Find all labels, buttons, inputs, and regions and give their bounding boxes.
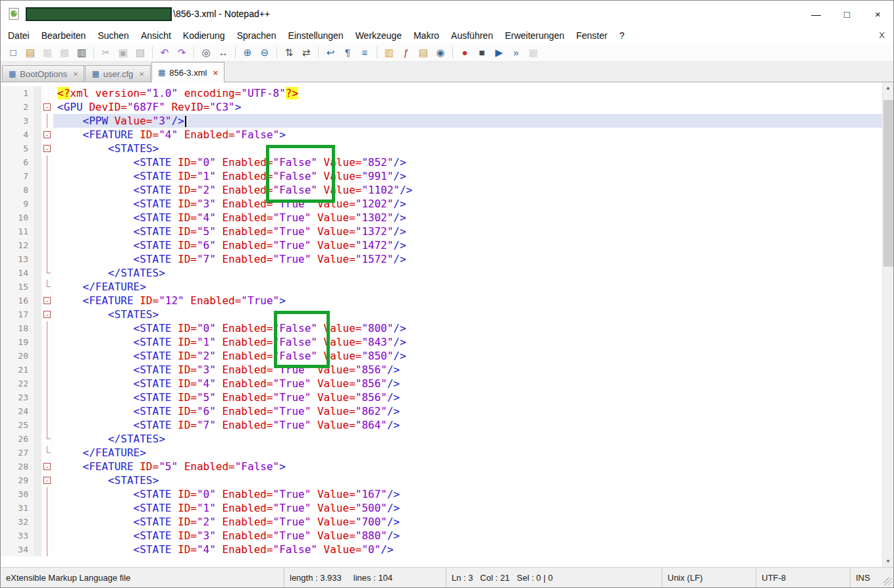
find-button[interactable]: ◎ xyxy=(197,45,215,61)
bookmark-margin[interactable] xyxy=(34,280,41,294)
indent-guide-button[interactable]: ≡ xyxy=(356,45,373,61)
bookmark-margin[interactable] xyxy=(34,404,41,418)
menu-item-einstellungen[interactable]: Einstellungen xyxy=(282,28,350,43)
bookmark-margin[interactable] xyxy=(34,473,41,487)
zoom-out-button[interactable]: ⊖ xyxy=(256,45,273,61)
new-file-button[interactable]: □ xyxy=(5,45,22,61)
code-text[interactable]: <FEATURE ID="5" Enabled="False"> xyxy=(53,460,882,473)
bookmark-margin[interactable] xyxy=(34,487,41,501)
bookmark-margin[interactable] xyxy=(34,363,41,377)
function-list-button[interactable]: ƒ xyxy=(398,45,415,61)
bookmark-margin[interactable] xyxy=(34,294,41,307)
zoom-in-button[interactable]: ⊕ xyxy=(239,45,256,61)
bookmark-margin[interactable] xyxy=(34,335,41,349)
bookmark-margin[interactable] xyxy=(34,460,41,473)
maximize-button[interactable]: □ xyxy=(831,1,862,27)
code-text[interactable]: <STATE ID="1" Enabled="False" Value="843… xyxy=(53,335,882,349)
code-text[interactable]: <STATE ID="7" Enabled="True" Value="1572… xyxy=(53,252,882,266)
sync-vertical-scrolling-button[interactable]: ⇅ xyxy=(280,45,298,61)
word-wrap-button[interactable]: ↩ xyxy=(322,45,339,61)
bookmark-margin[interactable] xyxy=(34,169,41,183)
tab-close-icon[interactable]: × xyxy=(213,68,218,77)
code-text[interactable]: <?xml version="1.0" encoding="UTF-8"?> xyxy=(53,86,882,100)
playback-macro-button[interactable]: ▶ xyxy=(490,45,508,61)
code-text[interactable]: <STATE ID="6" Enabled="True" Value="862"… xyxy=(53,404,882,418)
bookmark-margin[interactable] xyxy=(34,446,41,460)
tab-close-icon[interactable]: × xyxy=(73,70,78,78)
redo-button[interactable]: ↷ xyxy=(173,45,190,61)
run-macro-multiple-button[interactable]: » xyxy=(508,45,525,61)
menu-item-ansicht[interactable]: Ansicht xyxy=(135,28,177,43)
close-button[interactable]: × xyxy=(862,1,893,27)
tab-close-icon[interactable]: × xyxy=(139,70,144,78)
fold-collapse-icon[interactable]: - xyxy=(43,477,51,484)
menu-item-suchen[interactable]: Suchen xyxy=(92,28,134,43)
print-button[interactable]: ▥ xyxy=(73,45,90,61)
bookmark-margin[interactable] xyxy=(34,529,41,543)
bookmark-margin[interactable] xyxy=(34,418,41,432)
code-text[interactable]: <STATE ID="4" Enabled="True" Value="1302… xyxy=(53,211,882,225)
bookmark-margin[interactable] xyxy=(34,211,41,225)
code-text[interactable]: <STATE ID="6" Enabled="True" Value="1472… xyxy=(53,238,882,252)
resize-grip[interactable] xyxy=(883,577,892,586)
code-text[interactable]: <STATE ID="4" Enabled="True" Value="856"… xyxy=(53,377,882,390)
code-text[interactable]: <FEATURE ID="12" Enabled="True"> xyxy=(53,294,882,307)
bookmark-margin[interactable] xyxy=(34,128,41,142)
code-text[interactable]: <STATES> xyxy=(53,307,882,321)
bookmark-margin[interactable] xyxy=(34,377,41,390)
code-text[interactable]: </FEATURE> xyxy=(53,280,882,294)
code-text[interactable]: <STATE ID="2" Enabled="True" Value="700"… xyxy=(53,515,882,529)
bookmark-margin[interactable] xyxy=(34,197,41,211)
code-text[interactable]: <STATE ID="0" Enabled="True" Value="167"… xyxy=(53,487,882,501)
code-text[interactable]: <STATE ID="3" Enabled="True" Value="856"… xyxy=(53,363,882,377)
fold-collapse-icon[interactable]: - xyxy=(43,103,51,111)
bookmark-margin[interactable] xyxy=(34,543,41,556)
vertical-scrollbar[interactable]: ▲ ▼ xyxy=(882,82,893,567)
code-text[interactable]: <PPW Value="3"/> xyxy=(53,114,882,128)
bookmark-margin[interactable] xyxy=(34,142,41,155)
code-text[interactable]: <STATE ID="5" Enabled="True" Value="856"… xyxy=(53,390,882,404)
bookmark-margin[interactable] xyxy=(34,155,41,169)
code-text[interactable]: <STATES> xyxy=(53,473,882,487)
show-all-characters-button[interactable]: ¶ xyxy=(339,45,356,61)
code-text[interactable]: <STATE ID="1" Enabled="False" Value="991… xyxy=(53,169,882,183)
code-area[interactable]: 1<?xml version="1.0" encoding="UTF-8"?>2… xyxy=(1,86,882,556)
bookmark-margin[interactable] xyxy=(34,252,41,266)
code-text[interactable]: <STATES> xyxy=(53,142,882,155)
fold-collapse-icon[interactable]: - xyxy=(43,311,51,318)
minimize-button[interactable]: — xyxy=(801,1,831,27)
scroll-up-arrow-icon[interactable]: ▲ xyxy=(883,82,893,94)
code-text[interactable]: <STATE ID="0" Enabled="False" Value="852… xyxy=(53,155,882,169)
editor-pane[interactable]: 1<?xml version="1.0" encoding="UTF-8"?>2… xyxy=(1,82,893,567)
code-text[interactable]: <STATE ID="3" Enabled="True" Value="1202… xyxy=(53,197,882,211)
menu-item-makro[interactable]: Makro xyxy=(408,28,445,43)
code-text[interactable]: <STATE ID="4" Enabled="False" Value="0"/… xyxy=(53,543,882,556)
bookmark-margin[interactable] xyxy=(34,86,41,100)
code-text[interactable]: <STATE ID="0" Enabled="False" Value="800… xyxy=(53,321,882,335)
fold-collapse-icon[interactable]: - xyxy=(43,463,51,470)
bookmark-margin[interactable] xyxy=(34,225,41,238)
folder-as-workspace-button[interactable]: ▤ xyxy=(415,45,432,61)
bookmark-margin[interactable] xyxy=(34,349,41,363)
sync-horizontal-scrolling-button[interactable]: ⇄ xyxy=(298,45,315,61)
monitoring-button[interactable]: ◉ xyxy=(432,45,449,61)
code-text[interactable]: <STATE ID="1" Enabled="True" Value="500"… xyxy=(53,501,882,515)
scrollbar-thumb[interactable] xyxy=(883,100,893,267)
replace-button[interactable]: ↔ xyxy=(215,45,232,61)
menu-item-ausf-hren[interactable]: Ausführen xyxy=(445,28,499,43)
code-text[interactable]: <FEATURE ID="4" Enabled="False"> xyxy=(53,128,882,142)
code-text[interactable]: </STATES> xyxy=(53,432,882,446)
bookmark-margin[interactable] xyxy=(34,266,41,280)
bookmark-margin[interactable] xyxy=(34,238,41,252)
bookmark-margin[interactable] xyxy=(34,114,41,128)
bookmark-margin[interactable] xyxy=(34,100,41,114)
code-text[interactable]: <STATE ID="5" Enabled="True" Value="1372… xyxy=(53,225,882,238)
menu-item-kodierung[interactable]: Kodierung xyxy=(177,28,231,43)
bookmark-margin[interactable] xyxy=(34,432,41,446)
scroll-down-arrow-icon[interactable]: ▼ xyxy=(883,556,893,567)
fold-collapse-icon[interactable]: - xyxy=(43,297,51,304)
menu-item-werkzeuge[interactable]: Werkzeuge xyxy=(350,28,408,43)
code-text[interactable]: <STATE ID="7" Enabled="True" Value="864"… xyxy=(53,418,882,432)
menu-item-sprachen[interactable]: Sprachen xyxy=(231,28,282,43)
document-map-button[interactable]: ▥ xyxy=(381,45,398,61)
